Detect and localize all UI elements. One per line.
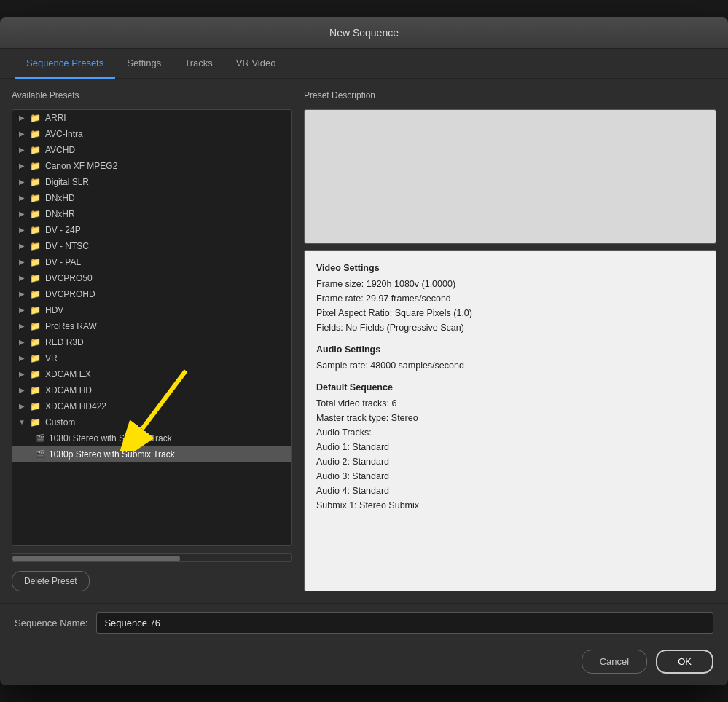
preset-item-label: DV - 24P — [45, 225, 81, 235]
folder-icon: 📁 — [30, 161, 41, 171]
preset-item-prores-raw[interactable]: ▶ 📁 ProRes RAW — [12, 318, 291, 334]
chevron-icon: ▶ — [18, 370, 26, 378]
preset-item-label: DNxHR — [45, 209, 75, 219]
preset-item-dvcprohd[interactable]: ▶ 📁 DVCPROHD — [12, 286, 291, 302]
cancel-button[interactable]: Cancel — [582, 650, 647, 674]
available-presets-label: Available Presets — [12, 90, 292, 100]
chevron-icon: ▶ — [18, 258, 26, 266]
preset-item-dnxhd[interactable]: ▶ 📁 DNxHD — [12, 190, 291, 206]
folder-icon: 📁 — [30, 289, 41, 299]
ok-button[interactable]: OK — [656, 650, 713, 674]
desc-audio-section: Audio Settings Sample rate: 48000 sample… — [316, 342, 704, 373]
preset-subitem-1080i[interactable]: 🎬 1080i Stereo with Submix Track — [12, 430, 291, 446]
folder-icon: 📁 — [30, 113, 41, 123]
tab-tracks[interactable]: Tracks — [173, 49, 224, 79]
file-icon: 🎬 — [36, 450, 44, 458]
preset-item-dvcpro50[interactable]: ▶ 📁 DVCPRO50 — [12, 270, 291, 286]
folder-icon: 📁 — [30, 225, 41, 235]
preset-item-label: HDV — [45, 305, 63, 315]
content-area: Available Presets ▶ 📁 ARRI ▶ 📁 AVC-Intra… — [0, 79, 728, 603]
folder-icon: 📁 — [30, 193, 41, 203]
desc-video-section: Video Settings Frame size: 1920h 1080v (… — [316, 261, 704, 335]
preset-item-label: XDCAM HD — [45, 385, 92, 395]
preset-item-label: XDCAM HD422 — [45, 401, 106, 411]
chevron-icon: ▶ — [18, 194, 26, 202]
desc-audio3: Audio 3: Standard — [316, 469, 704, 484]
preset-item-label: XDCAM EX — [45, 369, 91, 379]
desc-total-video: Total video tracks: 6 — [316, 396, 704, 411]
chevron-icon: ▶ — [18, 274, 26, 282]
preset-description-box: Video Settings Frame size: 1920h 1080v (… — [304, 250, 716, 591]
folder-icon: 📁 — [30, 337, 41, 347]
desc-pixel-ar: Pixel Aspect Ratio: Square Pixels (1.0) — [316, 306, 704, 320]
desc-frame-size: Frame size: 1920h 1080v (1.0000) — [316, 277, 704, 291]
preset-item-xdcamhd422[interactable]: ▶ 📁 XDCAM HD422 — [12, 398, 291, 414]
desc-frame-rate: Frame rate: 29.97 frames/second — [316, 291, 704, 306]
folder-icon: 📁 — [30, 353, 41, 363]
sequence-name-input[interactable] — [96, 612, 713, 634]
chevron-icon: ▶ — [18, 178, 26, 186]
preset-item-label: Digital SLR — [45, 177, 89, 187]
preset-item-custom[interactable]: ▼ 📁 Custom — [12, 414, 291, 430]
preset-item-label: DVCPRO50 — [45, 273, 93, 283]
preset-item-label: AVCHD — [45, 145, 75, 155]
folder-icon: 📁 — [30, 209, 41, 219]
preset-item-label: VR — [45, 353, 58, 363]
desc-default-title: Default Sequence — [316, 380, 704, 395]
tab-sequence-presets[interactable]: Sequence Presets — [15, 49, 115, 79]
desc-audio-title: Audio Settings — [316, 342, 704, 357]
title-bar: New Sequence — [0, 17, 728, 49]
preset-item-label: DV - NTSC — [45, 241, 89, 251]
preset-item-red-r3d[interactable]: ▶ 📁 RED R3D — [12, 334, 291, 350]
folder-icon: 📁 — [30, 129, 41, 139]
desc-submix1: Submix 1: Stereo Submix — [316, 498, 704, 513]
desc-audio1: Audio 1: Standard — [316, 440, 704, 454]
new-sequence-dialog: New Sequence Sequence Presets Settings T… — [0, 17, 728, 685]
desc-master-track: Master track type: Stereo — [316, 411, 704, 425]
chevron-icon: ▶ — [18, 242, 26, 250]
tab-vr-video[interactable]: VR Video — [224, 49, 288, 79]
preset-subitem-label: 1080p Stereo with Submix Track — [49, 449, 175, 460]
chevron-icon: ▶ — [18, 130, 26, 138]
preset-item-hdv[interactable]: ▶ 📁 HDV — [12, 302, 291, 318]
folder-icon: 📁 — [30, 369, 41, 379]
preset-item-vr[interactable]: ▶ 📁 VR — [12, 350, 291, 366]
tabs-row: Sequence Presets Settings Tracks VR Vide… — [0, 49, 728, 79]
preset-item-dvntsc[interactable]: ▶ 📁 DV - NTSC — [12, 238, 291, 254]
desc-audio2: Audio 2: Standard — [316, 454, 704, 469]
preset-item-label: RED R3D — [45, 337, 84, 347]
preset-item-xdcamex[interactable]: ▶ 📁 XDCAM EX — [12, 366, 291, 382]
horizontal-scrollbar[interactable] — [12, 553, 292, 562]
preset-item-dv24p[interactable]: ▶ 📁 DV - 24P — [12, 222, 291, 238]
preset-item-avc-intra[interactable]: ▶ 📁 AVC-Intra — [12, 126, 291, 142]
chevron-icon: ▶ — [18, 290, 26, 298]
folder-icon: 📁 — [30, 385, 41, 395]
preset-item-avchd[interactable]: ▶ 📁 AVCHD — [12, 142, 291, 158]
preset-item-label: ProRes RAW — [45, 321, 97, 331]
preset-item-arri[interactable]: ▶ 📁 ARRI — [12, 110, 291, 126]
tab-settings[interactable]: Settings — [115, 49, 173, 79]
preset-item-dnxhr[interactable]: ▶ 📁 DNxHR — [12, 206, 291, 222]
chevron-icon: ▶ — [18, 354, 26, 362]
folder-icon: 📁 — [30, 145, 41, 155]
dialog-title: New Sequence — [329, 27, 399, 39]
preset-list[interactable]: ▶ 📁 ARRI ▶ 📁 AVC-Intra ▶ 📁 AVCHD ▶ 📁 — [12, 109, 292, 546]
preset-item-label: ARRI — [45, 113, 66, 123]
desc-sample-rate: Sample rate: 48000 samples/second — [316, 358, 704, 373]
delete-preset-button[interactable]: Delete Preset — [12, 571, 90, 591]
preset-description-label: Preset Description — [304, 90, 716, 100]
sequence-name-bar: Sequence Name: — [0, 603, 728, 642]
preset-item-label: AVC-Intra — [45, 129, 83, 139]
folder-icon: 📁 — [30, 241, 41, 251]
preset-item-dvpal[interactable]: ▶ 📁 DV - PAL — [12, 254, 291, 270]
folder-icon: 📁 — [30, 305, 41, 315]
preset-subitem-1080p[interactable]: 🎬 1080p Stereo with Submix Track — [12, 446, 291, 462]
folder-icon: 📁 — [30, 177, 41, 187]
chevron-icon: ▶ — [18, 146, 26, 154]
preset-item-xdcamhd[interactable]: ▶ 📁 XDCAM HD — [12, 382, 291, 398]
chevron-icon: ▶ — [18, 322, 26, 330]
preset-preview — [304, 109, 716, 244]
folder-icon: 📁 — [30, 321, 41, 331]
preset-item-canon[interactable]: ▶ 📁 Canon XF MPEG2 — [12, 158, 291, 174]
preset-item-digital-slr[interactable]: ▶ 📁 Digital SLR — [12, 174, 291, 190]
